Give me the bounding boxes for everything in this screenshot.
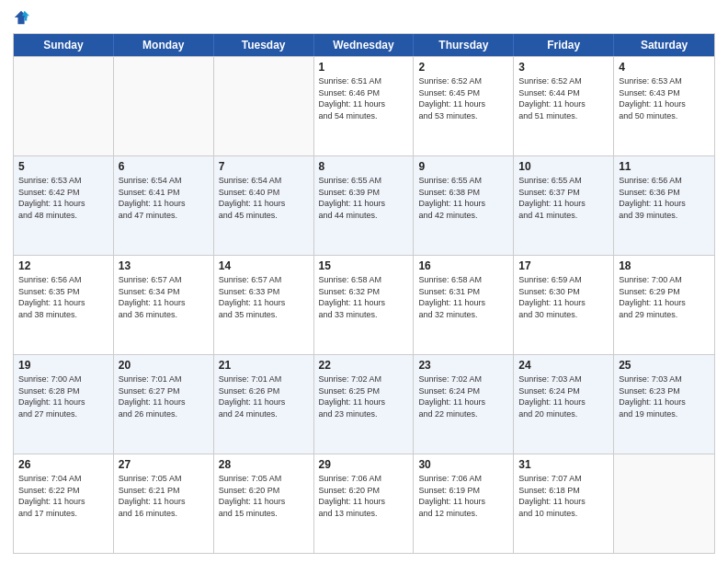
cal-day-26: 26Sunrise: 7:04 AM Sunset: 6:22 PM Dayli… xyxy=(14,454,114,553)
cal-day-9: 9Sunrise: 6:55 AM Sunset: 6:38 PM Daylig… xyxy=(414,156,514,255)
header-day-saturday: Saturday xyxy=(614,34,714,56)
day-number: 14 xyxy=(219,259,309,272)
calendar-body: 1Sunrise: 6:51 AM Sunset: 6:46 PM Daylig… xyxy=(14,56,714,553)
header-day-tuesday: Tuesday xyxy=(214,34,314,56)
cal-day-empty xyxy=(214,57,314,155)
cal-day-empty xyxy=(14,57,114,155)
day-number: 26 xyxy=(18,458,108,471)
cal-day-19: 19Sunrise: 7:00 AM Sunset: 6:28 PM Dayli… xyxy=(14,355,114,454)
day-number: 30 xyxy=(418,458,508,471)
day-info: Sunrise: 7:00 AM Sunset: 6:29 PM Dayligh… xyxy=(619,274,710,320)
day-number: 20 xyxy=(119,359,209,372)
cal-day-empty xyxy=(614,454,714,553)
header-day-friday: Friday xyxy=(514,34,614,56)
day-number: 21 xyxy=(219,359,309,372)
day-number: 25 xyxy=(619,359,710,372)
day-number: 16 xyxy=(418,259,508,272)
cal-day-31: 31Sunrise: 7:07 AM Sunset: 6:18 PM Dayli… xyxy=(514,454,614,553)
cal-day-25: 25Sunrise: 7:03 AM Sunset: 6:23 PM Dayli… xyxy=(614,355,714,454)
day-number: 5 xyxy=(18,160,108,173)
day-info: Sunrise: 6:53 AM Sunset: 6:43 PM Dayligh… xyxy=(619,75,710,121)
cal-day-3: 3Sunrise: 6:52 AM Sunset: 6:44 PM Daylig… xyxy=(514,57,614,155)
page: SundayMondayTuesdayWednesdayThursdayFrid… xyxy=(0,0,728,563)
header xyxy=(13,9,715,26)
cal-week-4: 19Sunrise: 7:00 AM Sunset: 6:28 PM Dayli… xyxy=(14,354,714,454)
day-info: Sunrise: 7:06 AM Sunset: 6:20 PM Dayligh… xyxy=(319,473,409,519)
day-number: 24 xyxy=(518,359,609,372)
header-day-sunday: Sunday xyxy=(14,34,114,56)
cal-day-2: 2Sunrise: 6:52 AM Sunset: 6:45 PM Daylig… xyxy=(414,57,514,155)
header-day-monday: Monday xyxy=(114,34,214,56)
cal-day-27: 27Sunrise: 7:05 AM Sunset: 6:21 PM Dayli… xyxy=(114,454,214,553)
day-info: Sunrise: 6:58 AM Sunset: 6:32 PM Dayligh… xyxy=(319,274,409,320)
day-info: Sunrise: 6:51 AM Sunset: 6:46 PM Dayligh… xyxy=(319,75,409,121)
cal-day-10: 10Sunrise: 6:55 AM Sunset: 6:37 PM Dayli… xyxy=(514,156,614,255)
day-info: Sunrise: 6:53 AM Sunset: 6:42 PM Dayligh… xyxy=(18,175,108,221)
cal-day-13: 13Sunrise: 6:57 AM Sunset: 6:34 PM Dayli… xyxy=(114,256,214,354)
cal-day-14: 14Sunrise: 6:57 AM Sunset: 6:33 PM Dayli… xyxy=(214,256,314,354)
cal-day-5: 5Sunrise: 6:53 AM Sunset: 6:42 PM Daylig… xyxy=(14,156,114,255)
day-info: Sunrise: 6:52 AM Sunset: 6:44 PM Dayligh… xyxy=(518,75,609,121)
day-number: 18 xyxy=(619,259,710,272)
cal-day-6: 6Sunrise: 6:54 AM Sunset: 6:41 PM Daylig… xyxy=(114,156,214,255)
day-info: Sunrise: 6:57 AM Sunset: 6:33 PM Dayligh… xyxy=(219,274,309,320)
day-number: 27 xyxy=(119,458,209,471)
day-number: 1 xyxy=(319,61,409,74)
day-info: Sunrise: 7:07 AM Sunset: 6:18 PM Dayligh… xyxy=(518,473,609,519)
cal-day-1: 1Sunrise: 6:51 AM Sunset: 6:46 PM Daylig… xyxy=(314,57,415,155)
day-number: 17 xyxy=(518,259,609,272)
cal-day-15: 15Sunrise: 6:58 AM Sunset: 6:32 PM Dayli… xyxy=(314,256,415,354)
header-day-thursday: Thursday xyxy=(414,34,514,56)
day-info: Sunrise: 6:56 AM Sunset: 6:35 PM Dayligh… xyxy=(18,274,108,320)
cal-day-22: 22Sunrise: 7:02 AM Sunset: 6:25 PM Dayli… xyxy=(314,355,415,454)
cal-day-empty xyxy=(114,57,214,155)
day-number: 28 xyxy=(219,458,309,471)
day-number: 7 xyxy=(219,160,309,173)
cal-week-1: 1Sunrise: 6:51 AM Sunset: 6:46 PM Daylig… xyxy=(14,56,714,155)
day-info: Sunrise: 7:05 AM Sunset: 6:20 PM Dayligh… xyxy=(219,473,309,519)
cal-day-28: 28Sunrise: 7:05 AM Sunset: 6:20 PM Dayli… xyxy=(214,454,314,553)
day-number: 11 xyxy=(619,160,710,173)
day-info: Sunrise: 6:56 AM Sunset: 6:36 PM Dayligh… xyxy=(619,175,710,221)
day-number: 10 xyxy=(518,160,609,173)
day-info: Sunrise: 6:55 AM Sunset: 6:37 PM Dayligh… xyxy=(518,175,609,221)
day-info: Sunrise: 6:52 AM Sunset: 6:45 PM Dayligh… xyxy=(418,75,508,121)
cal-day-8: 8Sunrise: 6:55 AM Sunset: 6:39 PM Daylig… xyxy=(314,156,415,255)
day-number: 29 xyxy=(319,458,409,471)
day-number: 9 xyxy=(418,160,508,173)
day-number: 8 xyxy=(319,160,409,173)
day-info: Sunrise: 6:55 AM Sunset: 6:39 PM Dayligh… xyxy=(319,175,409,221)
cal-day-18: 18Sunrise: 7:00 AM Sunset: 6:29 PM Dayli… xyxy=(614,256,714,354)
cal-day-21: 21Sunrise: 7:01 AM Sunset: 6:26 PM Dayli… xyxy=(214,355,314,454)
day-info: Sunrise: 7:01 AM Sunset: 6:27 PM Dayligh… xyxy=(119,373,209,419)
day-number: 4 xyxy=(619,61,710,74)
day-info: Sunrise: 7:04 AM Sunset: 6:22 PM Dayligh… xyxy=(18,473,108,519)
cal-week-3: 12Sunrise: 6:56 AM Sunset: 6:35 PM Dayli… xyxy=(14,255,714,354)
cal-day-23: 23Sunrise: 7:02 AM Sunset: 6:24 PM Dayli… xyxy=(414,355,514,454)
day-number: 23 xyxy=(418,359,508,372)
cal-day-4: 4Sunrise: 6:53 AM Sunset: 6:43 PM Daylig… xyxy=(614,57,714,155)
cal-day-17: 17Sunrise: 6:59 AM Sunset: 6:30 PM Dayli… xyxy=(514,256,614,354)
cal-week-2: 5Sunrise: 6:53 AM Sunset: 6:42 PM Daylig… xyxy=(14,155,714,255)
calendar-header: SundayMondayTuesdayWednesdayThursdayFrid… xyxy=(14,34,714,56)
day-info: Sunrise: 7:00 AM Sunset: 6:28 PM Dayligh… xyxy=(18,373,108,419)
cal-day-11: 11Sunrise: 6:56 AM Sunset: 6:36 PM Dayli… xyxy=(614,156,714,255)
day-info: Sunrise: 6:57 AM Sunset: 6:34 PM Dayligh… xyxy=(119,274,209,320)
day-info: Sunrise: 7:03 AM Sunset: 6:24 PM Dayligh… xyxy=(518,373,609,419)
day-number: 15 xyxy=(319,259,409,272)
cal-day-24: 24Sunrise: 7:03 AM Sunset: 6:24 PM Dayli… xyxy=(514,355,614,454)
cal-day-16: 16Sunrise: 6:58 AM Sunset: 6:31 PM Dayli… xyxy=(414,256,514,354)
day-info: Sunrise: 6:55 AM Sunset: 6:38 PM Dayligh… xyxy=(418,175,508,221)
day-info: Sunrise: 6:59 AM Sunset: 6:30 PM Dayligh… xyxy=(518,274,609,320)
day-number: 3 xyxy=(518,61,609,74)
day-info: Sunrise: 7:02 AM Sunset: 6:24 PM Dayligh… xyxy=(418,373,508,419)
day-info: Sunrise: 7:03 AM Sunset: 6:23 PM Dayligh… xyxy=(619,373,710,419)
day-number: 13 xyxy=(119,259,209,272)
logo-icon xyxy=(13,9,29,26)
day-info: Sunrise: 6:54 AM Sunset: 6:40 PM Dayligh… xyxy=(219,175,309,221)
cal-day-29: 29Sunrise: 7:06 AM Sunset: 6:20 PM Dayli… xyxy=(314,454,415,553)
day-info: Sunrise: 7:06 AM Sunset: 6:19 PM Dayligh… xyxy=(418,473,508,519)
logo xyxy=(13,9,33,26)
day-info: Sunrise: 7:05 AM Sunset: 6:21 PM Dayligh… xyxy=(119,473,209,519)
day-info: Sunrise: 7:02 AM Sunset: 6:25 PM Dayligh… xyxy=(319,373,409,419)
